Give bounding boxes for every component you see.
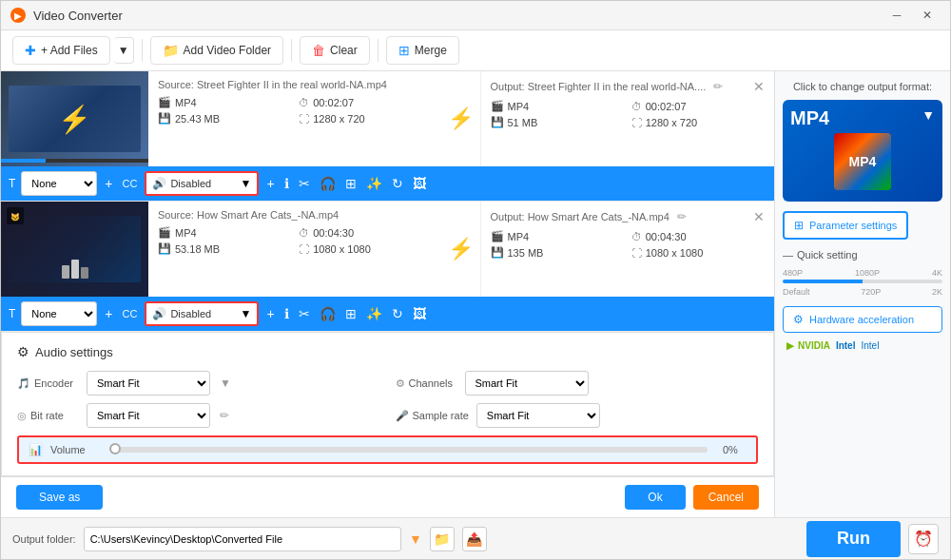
window-controls: ─ ✕	[883, 6, 941, 25]
browse-folder-button[interactable]: 📁	[430, 527, 455, 551]
volume-bar-icon: 📊	[29, 443, 43, 456]
video-thumbnail-2[interactable]: 🐱	[1, 202, 148, 297]
bitrate-edit-icon[interactable]: ✏	[220, 409, 229, 422]
size-icon-2: 💾	[158, 242, 171, 255]
close-video-2[interactable]: ✕	[753, 209, 765, 224]
edit-icon-1[interactable]: ✏	[713, 80, 723, 93]
title-bar: ▶ Video Converter ─ ✕	[1, 1, 950, 30]
samplerate-select[interactable]: Smart Fit	[476, 403, 600, 428]
nvidia-badge: ▶ NVIDIA	[786, 340, 830, 351]
quality-sub-labels: Default 720P 2K	[783, 287, 942, 297]
cancel-button[interactable]: Cancel	[693, 485, 759, 510]
format-dropdown-arrow: ▼	[922, 107, 935, 123]
volume-label: Volume	[50, 444, 107, 455]
audio-dropdown-1[interactable]: 🔊 Disabled ▼	[145, 171, 259, 196]
cc-icon-1[interactable]: CC	[121, 176, 140, 191]
video-thumbnail-1[interactable]: ⚡	[1, 71, 148, 166]
out-clock-icon-1: ⏱	[631, 101, 642, 112]
out-size-icon-2: 💾	[491, 246, 504, 259]
clock-icon-1: ⏱	[299, 97, 309, 108]
cut-icon-1[interactable]: ✂	[297, 174, 312, 193]
export-icon-button[interactable]: 📤	[462, 527, 487, 551]
dropdown-path-arrow[interactable]: ▼	[409, 531, 422, 547]
hardware-acceleration-button[interactable]: ⚙ Hardware acceleration	[783, 306, 942, 333]
merge-button[interactable]: ⊞ Merge	[386, 36, 459, 65]
dropdown-arrow-button[interactable]: ▼	[114, 37, 134, 64]
effect-icon-2[interactable]: ✨	[364, 304, 384, 323]
add-ctrl-icon-1[interactable]: +	[103, 174, 114, 193]
video-output-meta-1: 🎬 MP4 ⏱ 00:02:07 💾 51 MB	[491, 100, 766, 128]
clear-button[interactable]: 🗑 Clear	[300, 36, 370, 65]
watermark-icon-2[interactable]: 🖼	[411, 304, 428, 323]
control-bar-1: T None + CC 🔊 Disabled ▼ + ℹ ✂ 🎧 ⊞	[1, 166, 774, 201]
dropdown-arrow-2: ▼	[241, 307, 252, 320]
minimize-button[interactable]: ─	[883, 6, 910, 25]
quick-setting-icon: —	[783, 249, 793, 261]
main-area: ⚡ Source: Street Fighter II in the real …	[1, 71, 950, 517]
audio-settings-panel: ⚙ Audio settings 🎵 Encoder Smart Fit ▼	[1, 332, 774, 476]
info-icon-1[interactable]: ℹ	[282, 174, 291, 193]
subtitle-select-1[interactable]: None	[21, 171, 97, 196]
toolbar-divider-1	[142, 39, 143, 62]
res-icon-2: ⛶	[299, 243, 309, 255]
close-button[interactable]: ✕	[914, 6, 941, 25]
quality-labels: 480P 1080P 4K	[783, 268, 942, 278]
output-folder-label: Output folder:	[12, 533, 76, 545]
add-ctrl-icon-2[interactable]: +	[103, 304, 114, 323]
bitrate-row: ◎ Bit rate Smart Fit ✏	[17, 403, 380, 428]
resize-icon-1[interactable]: ⊞	[343, 174, 359, 193]
channels-icon: ⚙	[396, 377, 405, 390]
cc-icon-2[interactable]: CC	[121, 306, 140, 321]
close-video-1[interactable]: ✕	[753, 79, 765, 94]
merge-icon: ⊞	[398, 43, 410, 58]
quality-slider[interactable]	[783, 280, 942, 283]
speaker-icon-2: 🔊	[152, 307, 166, 320]
channels-select[interactable]: Smart Fit	[465, 371, 589, 396]
video-output-title-2: Output: How Smart Are Cats_-NA.mp4 ✏ ✕	[491, 209, 766, 224]
save-as-button[interactable]: Save as	[16, 485, 103, 510]
parameter-settings-button[interactable]: ⊞ Parameter settings	[783, 211, 908, 240]
add-audio-icon-1[interactable]: +	[264, 174, 276, 193]
add-files-button[interactable]: ✚ + Add Files	[12, 36, 110, 65]
audio-dropdown-2[interactable]: 🔊 Disabled ▼	[145, 301, 259, 326]
text-icon-1: T	[9, 177, 15, 190]
alarm-button[interactable]: ⏰	[908, 524, 939, 554]
watermark-icon-1[interactable]: 🖼	[411, 174, 428, 193]
output-path-input[interactable]	[84, 527, 401, 551]
audio-settings-title: ⚙ Audio settings	[17, 344, 758, 359]
rotate-icon-2[interactable]: ↻	[390, 304, 405, 323]
encoder-row: 🎵 Encoder Smart Fit ▼	[17, 371, 380, 396]
run-button[interactable]: Run	[806, 521, 901, 557]
app-title: Video Converter	[33, 9, 123, 23]
intel-sub-badge: Intel	[861, 340, 879, 351]
info-icon-2[interactable]: ℹ	[282, 304, 291, 323]
headphone-icon-1[interactable]: 🎧	[318, 174, 338, 193]
ok-button[interactable]: Ok	[625, 485, 685, 510]
cut-icon-2[interactable]: ✂	[297, 304, 312, 323]
clock-icon-2: ⏱	[299, 227, 309, 239]
format-card[interactable]: MP4 ▼ MP4	[783, 100, 942, 202]
out-res-icon-2: ⛶	[631, 247, 642, 259]
dropdown-arrow-1: ▼	[241, 177, 252, 190]
toolbar-divider-3	[378, 39, 378, 62]
resize-icon-2[interactable]: ⊞	[343, 304, 359, 323]
subtitle-select-2[interactable]: None	[21, 301, 97, 326]
out-clock-icon-2: ⏱	[631, 231, 642, 242]
headphone-icon-2[interactable]: 🎧	[318, 304, 338, 323]
video-info-2: Source: How Smart Are Cats_-NA.mp4 🎬 MP4…	[148, 202, 442, 297]
encoder-select[interactable]: Smart Fit	[87, 371, 210, 396]
text-icon-2: T	[9, 307, 15, 320]
volume-slider-track	[115, 447, 708, 453]
add-video-folder-button[interactable]: 📁 Add Video Folder	[150, 36, 284, 65]
add-audio-icon-2[interactable]: +	[264, 304, 276, 323]
effect-icon-1[interactable]: ✨	[364, 174, 384, 193]
trash-icon: 🗑	[312, 43, 325, 58]
app-icon: ▶	[10, 8, 26, 23]
arrow-area-2: ⚡	[442, 202, 480, 297]
rotate-icon-1[interactable]: ↻	[390, 174, 405, 193]
bitrate-select[interactable]: Smart Fit	[87, 403, 210, 428]
edit-icon-2[interactable]: ✏	[677, 210, 687, 223]
volume-slider-thumb[interactable]	[109, 443, 121, 454]
arrow-area-1: ⚡	[442, 71, 480, 166]
video-output-2: Output: How Smart Are Cats_-NA.mp4 ✏ ✕ 🎬…	[480, 202, 775, 297]
